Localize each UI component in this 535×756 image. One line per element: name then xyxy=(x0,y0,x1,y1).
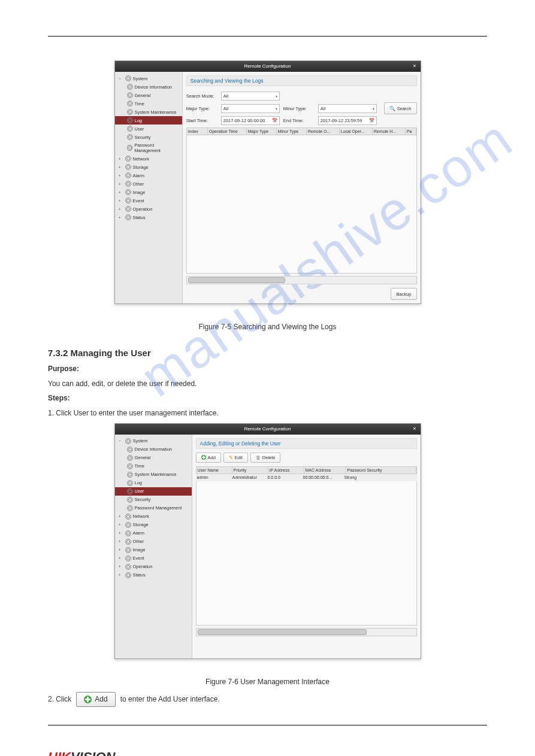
user-table-row[interactable]: admin Administrator 0.0.0.0 00:00:00:00:… xyxy=(196,474,417,481)
purpose-label: Purpose: xyxy=(48,365,79,373)
add-button[interactable]: Add xyxy=(196,453,221,463)
tree-operation[interactable]: +Operation xyxy=(115,563,192,571)
calendar-icon: 📅 xyxy=(272,118,277,123)
tree-other[interactable]: +Other xyxy=(115,180,182,188)
add-big-button[interactable]: Add xyxy=(76,692,115,707)
end-time-field[interactable]: 2017-09-12 23:59:59📅 xyxy=(318,116,377,125)
tree-event[interactable]: +Event xyxy=(115,554,192,563)
tree-device-info[interactable]: Device Information xyxy=(115,83,182,91)
tree-sysmaint[interactable]: System Maintenance xyxy=(115,470,192,479)
gear-icon xyxy=(125,181,131,187)
horizontal-scrollbar[interactable] xyxy=(196,628,417,636)
tree-status[interactable]: +Status xyxy=(115,571,192,579)
chevron-down-icon: ▾ xyxy=(276,94,277,98)
tree-device-info[interactable]: Device Information xyxy=(115,445,192,454)
tree-time[interactable]: Time xyxy=(115,99,182,108)
edit-button[interactable]: ✎Edit xyxy=(223,453,248,463)
close-icon[interactable]: × xyxy=(412,63,418,69)
backup-button[interactable]: Backup xyxy=(391,288,416,300)
tree-alarm[interactable]: +Alarm xyxy=(115,529,192,538)
horizontal-scrollbar[interactable] xyxy=(186,276,417,284)
bottom-rule xyxy=(48,725,487,725)
tree-system[interactable]: −System xyxy=(115,437,192,445)
tree-time[interactable]: Time xyxy=(115,462,192,470)
tree-alarm[interactable]: +Alarm xyxy=(115,171,182,180)
gear-icon xyxy=(125,198,131,204)
gear-icon xyxy=(125,438,131,444)
gear-icon xyxy=(127,117,133,123)
dialog-title: Remote Configuration xyxy=(244,426,291,432)
gear-icon xyxy=(127,463,133,469)
gear-icon xyxy=(127,101,133,107)
section-heading: 7.3.2 Managing the User xyxy=(48,347,487,359)
tree-general[interactable]: General xyxy=(115,454,192,462)
tree-storage[interactable]: +Storage xyxy=(115,521,192,529)
tree-general[interactable]: General xyxy=(115,91,182,99)
purpose-text: You can add, edit, or delete the user if… xyxy=(48,379,487,389)
gear-icon xyxy=(127,505,133,511)
gear-icon xyxy=(125,572,131,578)
remote-config-dialog-user: Remote Configuration × −System Device In… xyxy=(114,423,421,659)
start-time-field[interactable]: 2017-09-12 00:00:00📅 xyxy=(221,116,280,125)
tree-status[interactable]: +Status xyxy=(115,213,182,221)
gear-icon xyxy=(127,455,133,461)
gear-icon xyxy=(125,555,131,561)
gear-icon xyxy=(125,164,131,170)
gear-icon xyxy=(127,497,133,503)
gear-icon xyxy=(125,189,131,195)
tree-event[interactable]: +Event xyxy=(115,196,182,205)
tree-image[interactable]: +Image xyxy=(115,546,192,554)
tree-pwd[interactable]: Password Management xyxy=(115,504,192,512)
tree-pwd[interactable]: Password Management xyxy=(115,141,182,154)
gear-icon xyxy=(125,75,131,81)
tree-security[interactable]: Security xyxy=(115,496,192,504)
top-rule xyxy=(48,36,487,37)
gear-icon xyxy=(127,84,133,90)
tree-user[interactable]: User xyxy=(115,125,182,133)
gear-icon xyxy=(125,547,131,553)
add-icon xyxy=(84,696,92,703)
steps-label: Steps: xyxy=(48,394,70,402)
tree-network[interactable]: +Network xyxy=(115,512,192,521)
gear-icon xyxy=(125,214,131,220)
tree-log[interactable]: Log xyxy=(115,479,192,487)
search-icon: 🔍 xyxy=(389,106,395,111)
search-mode-select[interactable]: All▾ xyxy=(221,92,280,101)
gear-icon xyxy=(127,92,133,98)
tree-image[interactable]: +Image xyxy=(115,188,182,196)
scrollbar-thumb[interactable] xyxy=(198,629,367,635)
gear-icon xyxy=(125,530,131,536)
gear-icon xyxy=(127,472,133,478)
tree-security[interactable]: Security xyxy=(115,133,182,141)
delete-button[interactable]: 🗑Delete xyxy=(250,453,281,463)
search-mode-label: Search Mode: xyxy=(186,93,217,99)
close-icon[interactable]: × xyxy=(412,426,418,432)
dialog-titlebar: Remote Configuration × xyxy=(115,61,421,72)
tree-system[interactable]: −System xyxy=(115,74,182,83)
delete-icon: 🗑 xyxy=(256,455,261,460)
minor-type-select[interactable]: All▾ xyxy=(318,104,377,113)
tree-storage[interactable]: +Storage xyxy=(115,163,182,171)
gear-icon xyxy=(127,447,133,453)
major-type-label: Major Type: xyxy=(186,106,217,111)
tree-log[interactable]: Log xyxy=(115,116,182,125)
section-heading: Searching and Viewing the Logs xyxy=(186,75,417,86)
tree-sysmaint[interactable]: System Maintenance xyxy=(115,108,182,116)
search-button[interactable]: 🔍Search xyxy=(384,102,417,114)
hikvision-logo: HIKVISION HOGAR & SEGURIDAD · SOCIO DIST… xyxy=(48,749,487,756)
gear-icon xyxy=(125,172,131,178)
scrollbar-thumb[interactable] xyxy=(188,277,285,283)
tree-user[interactable]: User xyxy=(115,487,192,496)
major-type-select[interactable]: All▾ xyxy=(221,104,280,113)
tree-network[interactable]: +Network xyxy=(115,154,182,163)
gear-icon xyxy=(125,522,131,528)
minor-type-label: Minor Type: xyxy=(283,106,315,111)
gear-icon xyxy=(125,206,131,212)
gear-icon xyxy=(127,488,133,494)
dialog-title: Remote Configuration xyxy=(244,63,291,69)
tree-other[interactable]: +Other xyxy=(115,538,192,546)
tree-operation[interactable]: +Operation xyxy=(115,205,182,213)
gear-icon xyxy=(125,539,131,545)
gear-icon xyxy=(127,126,133,132)
chevron-down-icon: ▾ xyxy=(276,107,277,111)
